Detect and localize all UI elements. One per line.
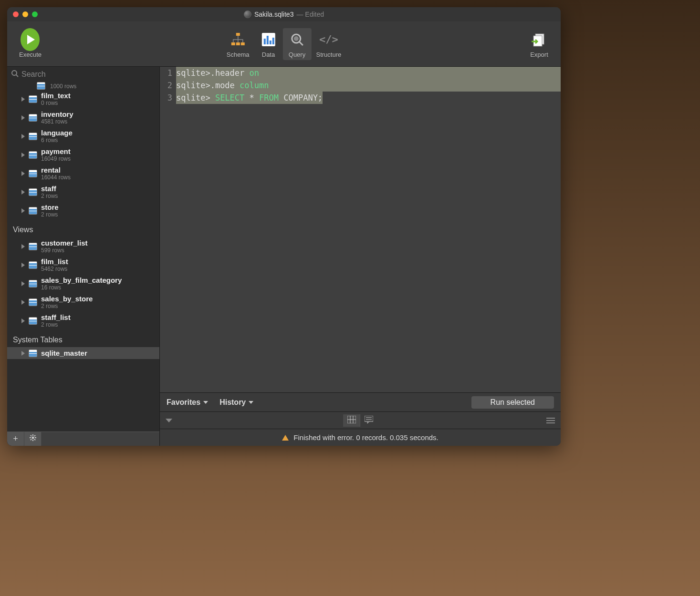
disclosure-icon[interactable] (21, 115, 25, 120)
sidebar-item-inventory[interactable]: inventory4581 rows (7, 108, 159, 127)
svg-line-11 (299, 42, 303, 45)
query-label: Query (289, 51, 305, 58)
table-row-partial[interactable]: 1000 rows (7, 82, 159, 90)
window-title: Sakila.sqlite3 — Edited (244, 10, 324, 18)
search-input[interactable] (21, 70, 156, 79)
row-count: 16044 rows (41, 174, 71, 181)
editor-line: 3 sqlite> SELECT * FROM COMPANY; (160, 92, 561, 104)
sidebar-item-sales-by-store[interactable]: sales_by_store2 rows (7, 293, 159, 311)
row-count: 1000 rows (50, 83, 76, 90)
disclosure-icon[interactable] (21, 263, 25, 267)
svg-point-14 (12, 71, 17, 75)
sidebar-item-staff[interactable]: staff2 rows (7, 183, 159, 201)
chevron-down-icon (203, 401, 208, 404)
favorites-dropdown[interactable]: Favorites (167, 398, 208, 407)
structure-icon: </> (319, 30, 338, 49)
row-count: 16 rows (41, 284, 122, 291)
table-icon (29, 298, 37, 306)
sidebar-tree[interactable]: 1000 rows film_text0 rows inventory4581 … (7, 82, 159, 432)
search-icon (11, 70, 19, 79)
status-bar: Finished with error. 0 records. 0.035 se… (160, 429, 561, 446)
row-count: 5462 rows (41, 266, 68, 272)
disclosure-icon[interactable] (21, 319, 25, 323)
disclosure-icon[interactable] (21, 244, 25, 249)
query-icon (287, 30, 306, 49)
svg-line-21 (31, 435, 31, 436)
sidebar-item-sales-by-film-category[interactable]: sales_by_film_category16 rows (7, 274, 159, 293)
data-icon (259, 30, 278, 49)
sidebar-item-language[interactable]: language6 rows (7, 127, 159, 145)
sidebar-footer: + (7, 432, 159, 446)
results-toolbar (160, 411, 561, 429)
disclosure-icon[interactable] (21, 300, 25, 305)
svg-line-23 (31, 439, 31, 440)
schema-tab[interactable]: Schema (222, 28, 254, 60)
window-controls (13, 11, 38, 17)
line-number: 2 (160, 79, 176, 92)
maximize-button[interactable] (32, 11, 38, 17)
history-dropdown[interactable]: History (219, 398, 253, 407)
schema-icon (229, 30, 248, 49)
table-icon (29, 261, 37, 269)
line-number: 1 (160, 67, 176, 79)
system-tables-header: System Tables (7, 330, 159, 347)
row-count: 599 rows (41, 247, 88, 254)
menu-button[interactable] (546, 418, 555, 423)
svg-rect-3 (241, 42, 245, 45)
add-button[interactable]: + (7, 432, 24, 446)
gear-icon (29, 434, 37, 444)
disclosure-icon[interactable] (21, 351, 25, 356)
sidebar-item-rental[interactable]: rental16044 rows (7, 164, 159, 183)
run-selected-button[interactable]: Run selected (471, 396, 554, 409)
item-name: payment (41, 147, 71, 155)
favorites-label: Favorites (167, 398, 200, 407)
grid-view-button[interactable] (343, 414, 360, 427)
disclosure-icon[interactable] (21, 190, 25, 195)
chevron-down-icon (249, 401, 253, 404)
disclosure-icon[interactable] (21, 281, 25, 286)
structure-tab[interactable]: </> Structure (311, 28, 346, 60)
svg-rect-6 (266, 36, 268, 44)
sidebar-item-customer-list[interactable]: customer_list599 rows (7, 237, 159, 256)
data-tab[interactable]: Data (254, 28, 282, 60)
table-icon (29, 95, 37, 103)
structure-label: Structure (316, 51, 341, 58)
item-name: staff_list (41, 313, 71, 321)
disclosure-icon[interactable] (21, 134, 25, 139)
sidebar-item-film-text[interactable]: film_text0 rows (7, 90, 159, 108)
row-count: 2 rows (41, 211, 59, 218)
sidebar-item-film-list[interactable]: film_list5462 rows (7, 256, 159, 274)
table-icon (29, 114, 37, 122)
close-button[interactable] (13, 11, 19, 17)
disclosure-icon[interactable] (21, 208, 25, 213)
title-edited: — Edited (296, 10, 324, 18)
sidebar-item-sqlite-master[interactable]: sqlite_master (7, 347, 159, 359)
execute-button[interactable]: Execute (14, 28, 46, 60)
sidebar-item-payment[interactable]: payment16049 rows (7, 145, 159, 164)
disclosure-icon[interactable] (21, 97, 25, 102)
query-editor[interactable]: 1 sqlite>.header on 2 sqlite>.mode colum… (160, 67, 561, 392)
sidebar: 1000 rows film_text0 rows inventory4581 … (7, 67, 160, 446)
row-count: 2 rows (41, 321, 71, 328)
text-view-button[interactable] (360, 414, 377, 427)
run-selected-label: Run selected (491, 398, 535, 406)
svg-line-15 (16, 75, 18, 77)
export-button[interactable]: Export (525, 28, 554, 60)
table-icon (29, 170, 37, 177)
item-name: inventory (41, 110, 73, 118)
item-name: language (41, 129, 73, 137)
editor-line: 2 sqlite>.mode column (160, 79, 561, 92)
settings-button[interactable] (24, 432, 42, 446)
disclosure-icon[interactable] (21, 171, 25, 176)
query-tab[interactable]: Query (282, 28, 311, 60)
item-name: customer_list (41, 239, 88, 247)
row-count: 0 rows (41, 100, 71, 106)
minimize-button[interactable] (22, 11, 28, 17)
warning-icon (282, 435, 289, 441)
sidebar-item-store[interactable]: store2 rows (7, 201, 159, 220)
sidebar-item-staff-list[interactable]: staff_list2 rows (7, 311, 159, 330)
line-number: 3 (160, 92, 176, 104)
disclosure-icon[interactable] (21, 153, 25, 157)
svg-line-22 (34, 439, 35, 440)
expand-icon[interactable] (166, 419, 172, 422)
